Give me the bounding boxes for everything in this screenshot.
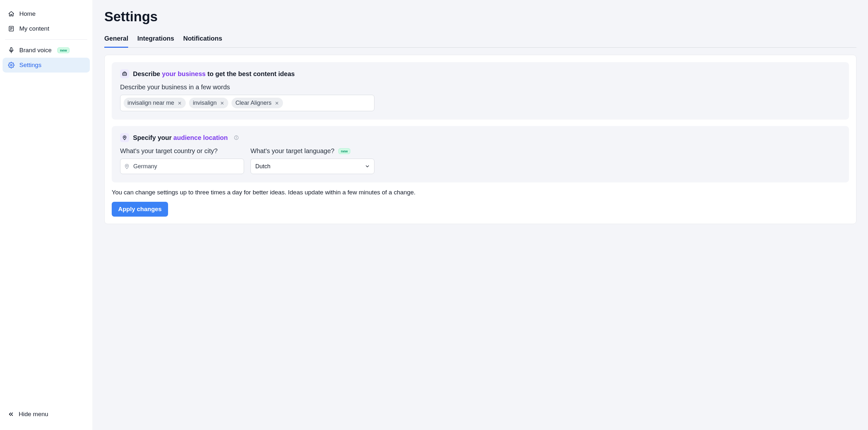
sidebar-item-label: Home bbox=[19, 10, 36, 18]
pin-icon bbox=[120, 133, 129, 142]
info-icon[interactable] bbox=[234, 135, 239, 140]
title-highlight: your business bbox=[162, 70, 206, 77]
gear-icon bbox=[8, 62, 15, 69]
microphone-icon bbox=[8, 47, 15, 54]
business-tag-input[interactable]: invisalign near me invisalign Clear Alig… bbox=[120, 95, 374, 111]
tag-label: invisalign near me bbox=[127, 99, 174, 106]
tab-notifications[interactable]: Notifications bbox=[183, 32, 222, 48]
svg-point-15 bbox=[124, 137, 125, 138]
tag-label: Clear Aligners bbox=[235, 99, 271, 106]
main-content: Settings General Integrations Notificati… bbox=[93, 0, 868, 430]
remove-tag-icon[interactable] bbox=[275, 101, 279, 106]
apply-changes-button[interactable]: Apply changes bbox=[112, 202, 168, 217]
business-field-label: Describe your business in a few words bbox=[120, 84, 841, 91]
briefcase-icon bbox=[120, 69, 129, 78]
audience-card-title: Specify your audience location bbox=[133, 134, 228, 142]
sidebar-item-home[interactable]: Home bbox=[3, 6, 90, 21]
business-card-title: Describe your business to get the best c… bbox=[133, 70, 294, 78]
svg-point-6 bbox=[11, 64, 12, 66]
svg-rect-4 bbox=[11, 48, 12, 51]
new-badge: new bbox=[338, 148, 350, 154]
new-badge: new bbox=[57, 47, 69, 53]
tag-chip: invisalign bbox=[189, 98, 228, 108]
title-prefix: Specify your bbox=[133, 134, 174, 141]
sidebar: Home My content Brand voice new bbox=[0, 0, 93, 430]
remove-tag-icon[interactable] bbox=[177, 101, 182, 106]
hide-menu-button[interactable]: Hide menu bbox=[5, 407, 87, 421]
tag-label: invisalign bbox=[193, 99, 217, 106]
language-label: What's your target language? bbox=[250, 147, 335, 155]
sidebar-item-settings[interactable]: Settings bbox=[3, 58, 90, 73]
tag-chip: Clear Aligners bbox=[231, 98, 283, 108]
audience-card: Specify your audience location What's yo… bbox=[112, 126, 849, 182]
tag-chip: invisalign near me bbox=[124, 98, 186, 108]
home-icon bbox=[8, 10, 15, 18]
document-icon bbox=[8, 25, 15, 32]
chevrons-left-icon bbox=[8, 411, 14, 418]
title-suffix: to get the best content ideas bbox=[206, 70, 295, 77]
remove-tag-icon[interactable] bbox=[220, 101, 224, 106]
tab-integrations[interactable]: Integrations bbox=[137, 32, 174, 48]
business-card: Describe your business to get the best c… bbox=[112, 62, 849, 120]
title-highlight: audience location bbox=[174, 134, 228, 141]
tab-general[interactable]: General bbox=[104, 32, 128, 48]
sidebar-item-brand-voice[interactable]: Brand voice new bbox=[3, 43, 90, 58]
help-text: You can change settings up to three time… bbox=[112, 189, 849, 196]
country-label: What's your target country or city? bbox=[120, 147, 244, 155]
svg-point-18 bbox=[236, 137, 236, 137]
tabs: General Integrations Notifications bbox=[104, 32, 857, 48]
settings-panel: Describe your business to get the best c… bbox=[104, 55, 857, 224]
language-value: Dutch bbox=[255, 163, 271, 170]
sidebar-item-my-content[interactable]: My content bbox=[3, 21, 90, 36]
sidebar-item-label: Settings bbox=[19, 62, 41, 69]
sidebar-item-label: My content bbox=[19, 25, 49, 32]
sidebar-divider bbox=[5, 39, 87, 40]
hide-menu-label: Hide menu bbox=[19, 411, 48, 418]
sidebar-item-label: Brand voice bbox=[19, 47, 52, 54]
page-title: Settings bbox=[104, 9, 857, 25]
country-input[interactable] bbox=[120, 159, 244, 174]
title-prefix: Describe bbox=[133, 70, 162, 77]
language-select[interactable]: Dutch bbox=[250, 159, 374, 174]
